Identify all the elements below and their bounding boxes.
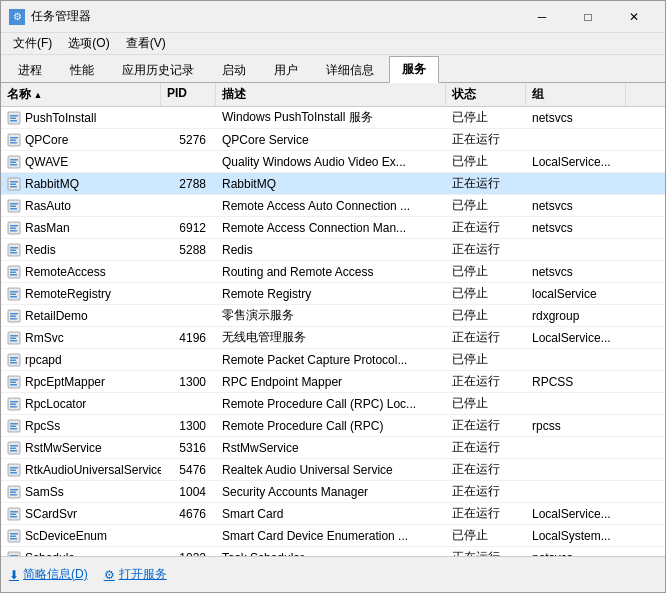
cell-status: 正在运行 [446,415,526,436]
table-row[interactable]: rpcapd Remote Packet Capture Protocol...… [1,349,665,371]
cell-service-name: RemoteAccess [1,263,161,281]
table-row[interactable]: RemoteAccess Routing and Remote Access 已… [1,261,665,283]
table-body[interactable]: PushToInstall Windows PushToInstall 服务 已… [1,107,665,556]
cell-status: 正在运行 [446,129,526,150]
service-icon [7,133,21,147]
table-row[interactable]: RpcSs 1300 Remote Procedure Call (RPC) 正… [1,415,665,437]
cell-pid: 1300 [161,373,216,391]
svg-rect-43 [10,340,17,342]
svg-rect-23 [10,230,17,232]
table-row[interactable]: RpcLocator Remote Procedure Call (RPC) L… [1,393,665,415]
menu-view[interactable]: 查看(V) [118,33,174,54]
service-icon [7,221,21,235]
svg-rect-79 [10,538,17,540]
col-header-name[interactable]: 名称 [1,83,161,106]
table-row[interactable]: Schedule 1032 Task Scheduler 正在运行 netsvc… [1,547,665,556]
cell-desc: Realtek Audio Universal Service [216,461,446,479]
svg-rect-17 [10,203,18,205]
menu-options[interactable]: 选项(O) [60,33,117,54]
svg-rect-71 [10,494,17,496]
table-row[interactable]: QPCore 5276 QPCore Service 正在运行 [1,129,665,151]
cell-service-name: RemoteRegistry [1,285,161,303]
service-icon [7,419,21,433]
cell-status: 已停止 [446,107,526,128]
cell-desc: RstMwService [216,439,446,457]
col-header-group[interactable]: 组 [526,83,626,106]
table-row[interactable]: RasAuto Remote Access Auto Connection ..… [1,195,665,217]
svg-rect-42 [10,337,16,339]
table-row[interactable]: RasMan 6912 Remote Access Connection Man… [1,217,665,239]
service-icon [7,155,21,169]
open-services-label: 打开服务 [119,566,167,583]
tab-startup[interactable]: 启动 [209,57,259,83]
col-header-pid[interactable]: PID [161,83,216,106]
cell-status: 已停止 [446,151,526,172]
svg-rect-54 [10,403,16,405]
svg-rect-81 [10,555,18,557]
cell-group: rpcss [526,417,626,435]
cell-pid: 5288 [161,241,216,259]
table-row[interactable]: RemoteRegistry Remote Registry 已停止 local… [1,283,665,305]
table-row[interactable]: QWAVE Quality Windows Audio Video Ex... … [1,151,665,173]
close-button[interactable]: ✕ [611,1,657,33]
tab-details[interactable]: 详细信息 [313,57,387,83]
svg-rect-39 [10,318,17,320]
minimize-button[interactable]: ─ [519,1,565,33]
cell-pid: 6912 [161,219,216,237]
cell-service-name: RtkAudioUniversalService [1,461,161,479]
cell-status: 正在运行 [446,173,526,194]
cell-desc: Redis [216,241,446,259]
svg-rect-51 [10,384,17,386]
svg-rect-69 [10,489,18,491]
svg-rect-22 [10,227,16,229]
cell-service-name: PushToInstall [1,109,161,127]
table-header: 名称 PID 描述 状态 组 [1,83,665,107]
table-row[interactable]: SamSs 1004 Security Accounts Manager 正在运… [1,481,665,503]
summary-button[interactable]: ⬇ 简略信息(D) [9,566,88,583]
cell-desc: Remote Access Auto Connection ... [216,197,446,215]
maximize-button[interactable]: □ [565,1,611,33]
menu-file[interactable]: 文件(F) [5,33,60,54]
tab-processes[interactable]: 进程 [5,57,55,83]
cell-status: 已停止 [446,261,526,282]
tab-app-history[interactable]: 应用历史记录 [109,57,207,83]
tab-services[interactable]: 服务 [389,56,439,83]
tab-users[interactable]: 用户 [261,57,311,83]
service-icon [7,463,21,477]
cell-desc: Remote Packet Capture Protocol... [216,351,446,369]
cell-status: 正在运行 [446,327,526,348]
table-row[interactable]: Redis 5288 Redis 正在运行 [1,239,665,261]
table-row[interactable]: RstMwService 5316 RstMwService 正在运行 [1,437,665,459]
svg-rect-21 [10,225,18,227]
open-services-button[interactable]: ⚙ 打开服务 [104,566,167,583]
table-row[interactable]: SCardSvr 4676 Smart Card 正在运行 LocalServi… [1,503,665,525]
col-header-status[interactable]: 状态 [446,83,526,106]
tab-performance[interactable]: 性能 [57,57,107,83]
app-icon: ⚙ [9,9,25,25]
cell-group [526,446,626,450]
svg-rect-6 [10,139,16,141]
cell-service-name: QPCore [1,131,161,149]
cell-pid: 1004 [161,483,216,501]
table-row[interactable]: RpcEptMapper 1300 RPC Endpoint Mapper 正在… [1,371,665,393]
svg-rect-45 [10,357,18,359]
service-icon [7,177,21,191]
svg-rect-14 [10,183,16,185]
summary-label: 简略信息(D) [23,566,88,583]
cell-group: LocalService... [526,153,626,171]
table-row[interactable]: RetailDemo 零售演示服务 已停止 rdxgroup [1,305,665,327]
cell-pid [161,270,216,274]
table-row[interactable]: RtkAudioUniversalService 5476 Realtek Au… [1,459,665,481]
cell-desc: Task Scheduler [216,549,446,557]
svg-rect-41 [10,335,18,337]
svg-rect-1 [10,115,18,117]
cell-service-name: Schedule [1,549,161,557]
col-header-desc[interactable]: 描述 [216,83,446,106]
cell-pid [161,204,216,208]
table-row[interactable]: PushToInstall Windows PushToInstall 服务 已… [1,107,665,129]
cell-desc: RabbitMQ [216,175,446,193]
cell-service-name: SamSs [1,483,161,501]
table-row[interactable]: ScDeviceEnum Smart Card Device Enumerati… [1,525,665,547]
table-row[interactable]: RmSvc 4196 无线电管理服务 正在运行 LocalService... [1,327,665,349]
table-row[interactable]: RabbitMQ 2788 RabbitMQ 正在运行 [1,173,665,195]
